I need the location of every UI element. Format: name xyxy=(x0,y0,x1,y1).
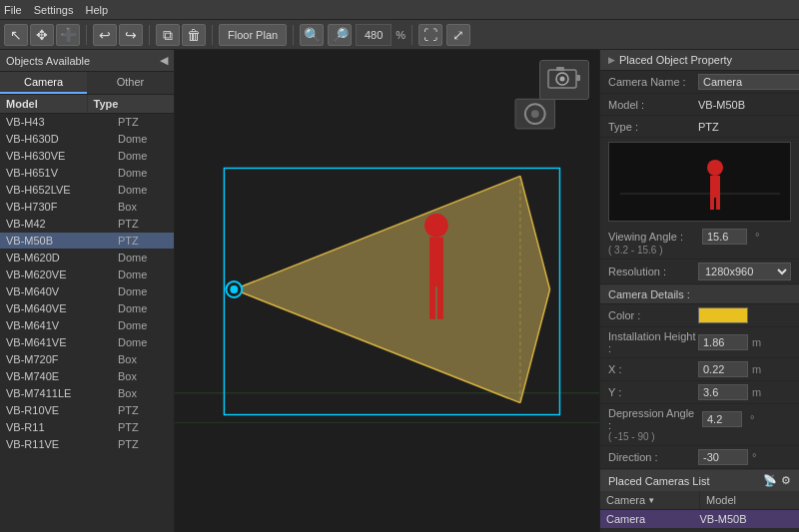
center-canvas[interactable] xyxy=(175,50,599,532)
camera-row-7[interactable]: VB-M50BPTZ xyxy=(0,233,174,250)
fit-view-button[interactable]: ⛶ xyxy=(418,24,442,46)
camera-row-6[interactable]: VB-M42PTZ xyxy=(0,216,174,233)
camera-model-8: VB-M620D xyxy=(6,252,118,264)
zoom-out-button[interactable]: 🔍 xyxy=(300,24,324,46)
camera-model-4: VB-H652LVE xyxy=(6,184,118,196)
svg-rect-29 xyxy=(710,196,714,210)
type-row: Type : PTZ xyxy=(600,116,799,138)
camera-tabs: Camera Other xyxy=(0,72,174,95)
svg-point-11 xyxy=(230,285,238,293)
camera-row-19[interactable]: VB-R11VEPTZ xyxy=(0,436,174,453)
camera-row-16[interactable]: VB-M7411LEBox xyxy=(0,385,174,402)
camera-row-4[interactable]: VB-H652LVEDome xyxy=(0,182,174,199)
camera-model-19: VB-R11VE xyxy=(6,438,118,450)
direction-row: Direction : ° xyxy=(600,446,799,469)
depression-angle-input[interactable] xyxy=(702,411,742,427)
direction-unit: ° xyxy=(752,451,756,463)
camera-name-input[interactable] xyxy=(698,74,799,90)
tool-group-select: ↖ ✥ ➕ xyxy=(4,24,80,46)
camera-type-18: PTZ xyxy=(118,421,168,433)
tab-camera[interactable]: Camera xyxy=(0,72,87,94)
svg-rect-30 xyxy=(716,196,720,210)
direction-input[interactable] xyxy=(698,449,748,465)
delete-button[interactable]: 🗑 xyxy=(182,24,206,46)
camera-row-18[interactable]: VB-R11PTZ xyxy=(0,419,174,436)
camera-row-9[interactable]: VB-M620VEDome xyxy=(0,266,174,283)
camera-model-13: VB-M641VE xyxy=(6,336,118,348)
type-label: Type : xyxy=(608,121,698,133)
camera-model-1: VB-H630D xyxy=(6,133,118,145)
camera-row-13[interactable]: VB-M641VEDome xyxy=(0,334,174,351)
zoom-in-button[interactable]: 🔎 xyxy=(328,24,352,46)
collapse-triangle[interactable]: ▶ xyxy=(608,55,615,65)
viewing-angle-input[interactable] xyxy=(702,229,747,245)
menu-settings[interactable]: Settings xyxy=(34,4,74,16)
zoom-unit: % xyxy=(396,29,405,41)
zoom-input[interactable] xyxy=(356,24,392,46)
svg-rect-23 xyxy=(556,67,564,71)
install-height-label: Installation Height : xyxy=(608,330,698,354)
model-row: Model : VB-M50B xyxy=(600,94,799,116)
camera-row-2[interactable]: VB-H630VEDome xyxy=(0,148,174,165)
placed-cameras-header: Placed Cameras List 📡 ⚙ xyxy=(600,470,799,491)
camera-type-17: PTZ xyxy=(118,404,168,416)
camera-type-9: Dome xyxy=(118,268,168,280)
camera-type-3: Dome xyxy=(118,167,168,179)
settings-icon[interactable]: ⚙ xyxy=(781,474,791,487)
menu-help[interactable]: Help xyxy=(85,4,108,16)
right-panel: ▶ Placed Object Property Camera Name : M… xyxy=(599,50,799,532)
camera-row-0[interactable]: VB-H43PTZ xyxy=(0,114,174,131)
camera-row-10[interactable]: VB-M640VDome xyxy=(0,283,174,300)
tab-other[interactable]: Other xyxy=(87,72,174,94)
camera-row-15[interactable]: VB-M740EBox xyxy=(0,368,174,385)
camera-model-10: VB-M640V xyxy=(6,285,118,297)
placed-cameras-label: Placed Cameras List xyxy=(608,475,710,487)
camera-model-12: VB-M641V xyxy=(6,319,118,331)
camera-type-7: PTZ xyxy=(118,235,168,247)
move-tool-button[interactable]: ✥ xyxy=(30,24,54,46)
collapse-arrow[interactable]: ◀ xyxy=(160,54,168,67)
camera-type-6: PTZ xyxy=(118,218,168,230)
redo-button[interactable]: ↪ xyxy=(119,24,143,46)
right-panel-header: ▶ Placed Object Property xyxy=(600,50,799,71)
camera-type-11: Dome xyxy=(118,302,168,314)
placed-camera-row-0[interactable]: Camera VB-M50B xyxy=(600,510,799,528)
camera-type-16: Box xyxy=(118,387,168,399)
select-tool-button[interactable]: ↖ xyxy=(4,24,28,46)
fullscreen-button[interactable]: ⤢ xyxy=(446,24,470,46)
menu-file[interactable]: File xyxy=(4,4,22,16)
col-camera-label: Camera xyxy=(606,494,645,506)
camera-model-6: VB-M42 xyxy=(6,218,118,230)
camera-row-17[interactable]: VB-R10VEPTZ xyxy=(0,402,174,419)
undo-button[interactable]: ↩ xyxy=(93,24,117,46)
toolbar-sep-2 xyxy=(149,25,150,45)
camera-model-7: VB-M50B xyxy=(6,235,118,247)
wifi-icon[interactable]: 📡 xyxy=(763,474,777,487)
camera-model-16: VB-M7411LE xyxy=(6,387,118,399)
floor-plan-button[interactable]: Floor Plan xyxy=(219,24,287,46)
camera-model-5: VB-H730F xyxy=(6,201,118,213)
install-height-input[interactable] xyxy=(698,334,748,350)
x-input[interactable] xyxy=(698,361,748,377)
svg-point-27 xyxy=(707,160,723,176)
camera-type-10: Dome xyxy=(118,285,168,297)
resolution-select[interactable]: 1280x960 640x480 320x240 xyxy=(698,263,791,280)
camera-row-1[interactable]: VB-H630DDome xyxy=(0,131,174,148)
y-label: Y : xyxy=(608,386,698,398)
camera-row-12[interactable]: VB-M641VDome xyxy=(0,317,174,334)
sort-icon[interactable]: ▼ xyxy=(647,496,655,505)
depression-unit: ° xyxy=(750,413,754,425)
install-height-row: Installation Height : m xyxy=(600,327,799,358)
camera-row-8[interactable]: VB-M620DDome xyxy=(0,250,174,266)
copy-button[interactable]: ⧉ xyxy=(156,24,180,46)
y-input[interactable] xyxy=(698,384,748,400)
camera-row-3[interactable]: VB-H651VDome xyxy=(0,165,174,182)
camera-row-14[interactable]: VB-M720FBox xyxy=(0,351,174,368)
placed-camera-name: Camera xyxy=(606,513,700,525)
camera-row-5[interactable]: VB-H730FBox xyxy=(0,199,174,216)
camera-row-11[interactable]: VB-M640VEDome xyxy=(0,300,174,317)
viewing-angle-unit: ° xyxy=(755,231,759,243)
rotate-tool-button[interactable]: ➕ xyxy=(56,24,80,46)
color-swatch[interactable] xyxy=(698,307,748,323)
tool-group-history: ↩ ↪ xyxy=(93,24,143,46)
